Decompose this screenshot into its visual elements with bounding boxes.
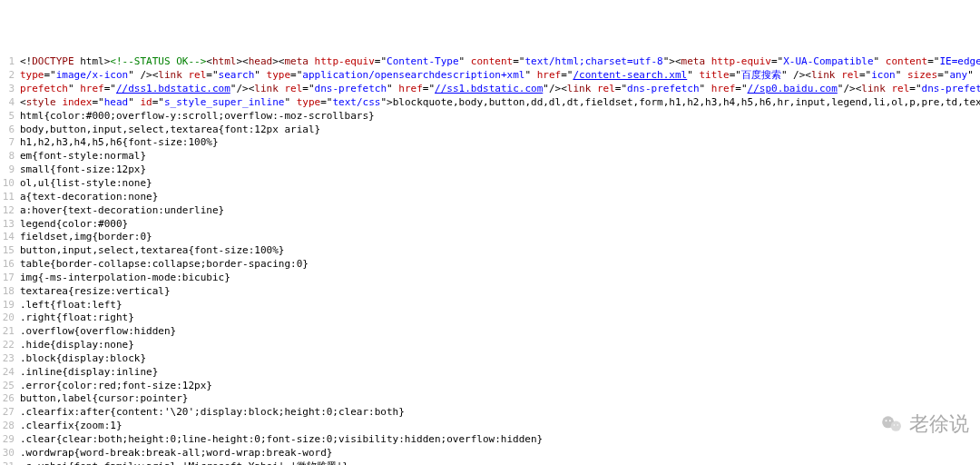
code-content[interactable]: small{font-size:12px} <box>20 163 980 177</box>
code-line[interactable]: 5html{color:#000;overflow-y:scroll;overf… <box>0 110 980 124</box>
line-number: 28 <box>0 420 20 433</box>
code-content[interactable]: img{-ms-interpolation-mode:bicubic} <box>20 272 980 285</box>
code-line[interactable]: 23.block{display:block} <box>0 352 980 366</box>
code-content[interactable]: .wordwrap{word-break:break-all;word-wrap… <box>20 447 980 460</box>
code-line[interactable]: 14fieldset,img{border:0} <box>0 231 980 244</box>
code-line[interactable]: 26button,label{cursor:pointer} <box>0 392 980 406</box>
code-content[interactable]: body,button,input,select,textarea{font:1… <box>20 124 980 137</box>
line-number: 12 <box>0 204 20 218</box>
code-line[interactable]: 4<style index="head" id="s_style_super_i… <box>0 96 980 110</box>
code-content[interactable]: html{color:#000;overflow-y:scroll;overfl… <box>20 110 980 124</box>
line-number: 15 <box>0 244 20 258</box>
line-number: 13 <box>0 218 20 232</box>
code-content[interactable]: .clearfix{zoom:1} <box>20 420 980 433</box>
code-line[interactable]: 8em{font-style:normal} <box>0 150 980 163</box>
code-line[interactable]: 16table{border-collapse:collapse;border-… <box>0 258 980 272</box>
code-content[interactable]: table{border-collapse:collapse;border-sp… <box>20 258 980 272</box>
code-content[interactable]: .block{display:block} <box>20 352 980 366</box>
code-line[interactable]: 3prefetch" href="//dss1.bdstatic.com"/><… <box>0 83 980 96</box>
code-content[interactable]: h1,h2,h3,h4,h5,h6{font-size:100%} <box>20 136 980 150</box>
code-content[interactable]: button,label{cursor:pointer} <box>20 392 980 406</box>
line-number: 10 <box>0 177 20 191</box>
code-line[interactable]: 22.hide{display:none} <box>0 339 980 352</box>
line-number: 6 <box>0 124 20 137</box>
code-content[interactable]: <!DOCTYPE html><!--STATUS OK--><html><he… <box>20 55 980 69</box>
line-number: 8 <box>0 150 20 163</box>
wechat-icon <box>880 412 904 436</box>
code-content[interactable]: prefetch" href="//dss1.bdstatic.com"/><l… <box>20 83 980 96</box>
line-number: 27 <box>0 406 20 420</box>
code-content[interactable]: a{text-decoration:none} <box>20 191 980 204</box>
code-line[interactable]: 10ol,ul{list-style:none} <box>0 177 980 191</box>
code-line[interactable]: 11a{text-decoration:none} <box>0 191 980 204</box>
code-content[interactable]: textarea{resize:vertical} <box>20 285 980 299</box>
code-line[interactable]: 19.left{float:left} <box>0 299 980 312</box>
line-number: 30 <box>0 447 20 460</box>
source-code-viewer[interactable]: 1<!DOCTYPE html><!--STATUS OK--><html><h… <box>0 55 980 465</box>
line-number: 2 <box>0 69 20 83</box>
code-line[interactable]: 31.s-yahei{font-family:arial,'Microsoft … <box>0 460 980 465</box>
line-number: 1 <box>0 55 20 69</box>
line-number: 25 <box>0 380 20 393</box>
line-number: 7 <box>0 136 20 150</box>
code-line[interactable]: 2type="image/x-icon" /><link rel="search… <box>0 69 980 83</box>
code-content[interactable]: ol,ul{list-style:none} <box>20 177 980 191</box>
svg-point-1 <box>891 421 901 431</box>
code-line[interactable]: 29.clear{clear:both;height:0;line-height… <box>0 433 980 447</box>
line-number: 5 <box>0 110 20 124</box>
watermark-text: 老徐说 <box>909 411 969 438</box>
code-content[interactable]: .clearfix:after{content:'\20';display:bl… <box>20 406 980 420</box>
watermark: 老徐说 <box>880 411 969 438</box>
svg-point-3 <box>889 420 891 421</box>
code-content[interactable]: em{font-style:normal} <box>20 150 980 163</box>
code-content[interactable]: .hide{display:none} <box>20 339 980 352</box>
code-line[interactable]: 25.error{color:red;font-size:12px} <box>0 380 980 393</box>
line-number: 16 <box>0 258 20 272</box>
code-content[interactable]: .inline{display:inline} <box>20 366 980 380</box>
code-line[interactable]: 17img{-ms-interpolation-mode:bicubic} <box>0 272 980 285</box>
code-line[interactable]: 6body,button,input,select,textarea{font:… <box>0 124 980 137</box>
code-content[interactable]: a:hover{text-decoration:underline} <box>20 204 980 218</box>
line-number: 18 <box>0 285 20 299</box>
line-number: 14 <box>0 231 20 244</box>
code-content[interactable]: .error{color:red;font-size:12px} <box>20 380 980 393</box>
code-content[interactable]: .clear{clear:both;height:0;line-height:0… <box>20 433 980 447</box>
line-number: 17 <box>0 272 20 285</box>
code-line[interactable]: 24.inline{display:inline} <box>0 366 980 380</box>
line-number: 22 <box>0 339 20 352</box>
line-number: 4 <box>0 96 20 110</box>
line-number: 31 <box>0 460 20 465</box>
code-line[interactable]: 30.wordwrap{word-break:break-all;word-wr… <box>0 447 980 460</box>
code-line[interactable]: 12a:hover{text-decoration:underline} <box>0 204 980 218</box>
code-content[interactable]: <style index="head" id="s_style_super_in… <box>20 96 980 110</box>
code-content[interactable]: .left{float:left} <box>20 299 980 312</box>
code-line[interactable]: 28.clearfix{zoom:1} <box>0 420 980 433</box>
code-content[interactable]: type="image/x-icon" /><link rel="search"… <box>20 69 980 83</box>
svg-point-4 <box>894 424 896 426</box>
code-line[interactable]: 21.overflow{overflow:hidden} <box>0 325 980 339</box>
code-content[interactable]: .overflow{overflow:hidden} <box>20 325 980 339</box>
line-number: 21 <box>0 325 20 339</box>
code-line[interactable]: 7h1,h2,h3,h4,h5,h6{font-size:100%} <box>0 136 980 150</box>
code-line[interactable]: 15button,input,select,textarea{font-size… <box>0 244 980 258</box>
line-number: 3 <box>0 83 20 96</box>
svg-point-5 <box>897 424 899 426</box>
code-line[interactable]: 20.right{float:right} <box>0 312 980 325</box>
code-content[interactable]: .right{float:right} <box>20 312 980 325</box>
line-number: 26 <box>0 392 20 406</box>
line-number: 11 <box>0 191 20 204</box>
code-content[interactable]: .s-yahei{font-family:arial,'Microsoft Ya… <box>20 460 980 465</box>
code-content[interactable]: button,input,select,textarea{font-size:1… <box>20 244 980 258</box>
code-line[interactable]: 9small{font-size:12px} <box>0 163 980 177</box>
svg-point-2 <box>886 420 887 421</box>
code-line[interactable]: 18textarea{resize:vertical} <box>0 285 980 299</box>
line-number: 20 <box>0 312 20 325</box>
line-number: 24 <box>0 366 20 380</box>
code-content[interactable]: legend{color:#000} <box>20 218 980 232</box>
code-content[interactable]: fieldset,img{border:0} <box>20 231 980 244</box>
line-number: 19 <box>0 299 20 312</box>
line-number: 9 <box>0 163 20 177</box>
code-line[interactable]: 13legend{color:#000} <box>0 218 980 232</box>
code-line[interactable]: 1<!DOCTYPE html><!--STATUS OK--><html><h… <box>0 55 980 69</box>
code-line[interactable]: 27.clearfix:after{content:'\20';display:… <box>0 406 980 420</box>
